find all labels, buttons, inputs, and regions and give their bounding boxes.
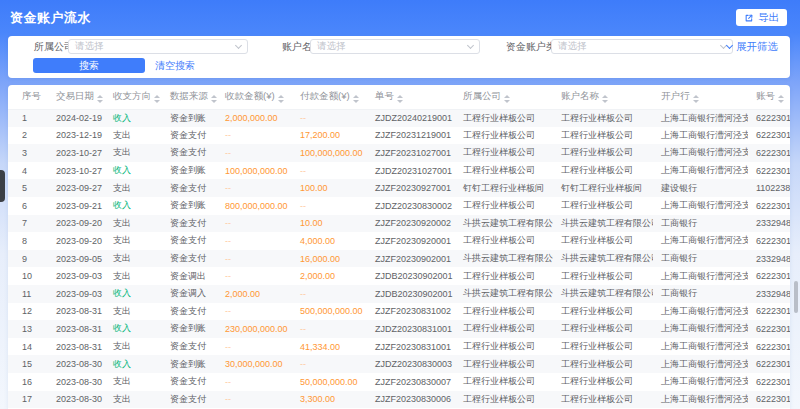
cell-company: 钉钉工程行业样板间 [455, 179, 553, 197]
cell-outflow: 100,000,000.00 [292, 144, 367, 162]
cell-trade-date: 2023-09-05 [48, 250, 105, 268]
cell-source: 资金调入 [162, 285, 217, 303]
cell-serial: ZJZF20230830006 [367, 391, 455, 409]
account-name-filter-placeholder: 请选择 [317, 40, 346, 53]
sort-icon[interactable] [778, 95, 784, 103]
cell-bank: 上海工商银行漕河泾支行 [653, 320, 748, 338]
table-row: 102023-09-03支出资金调出--2,000.00ZJDB20230902… [8, 267, 790, 285]
col-header-source[interactable]: 数据来源 [162, 85, 217, 109]
export-button-label: 导出 [758, 11, 779, 25]
col-header-label: 开户行 [661, 90, 690, 101]
cell-account-no: 233294894 [748, 215, 790, 233]
cell-account-name: 钉钉工程行业样板间 [553, 179, 653, 197]
vertical-scrollbar-thumb[interactable] [794, 281, 798, 313]
floating-side-handle[interactable] [0, 170, 5, 202]
col-header-label: 所属公司 [463, 90, 501, 101]
sort-icon[interactable] [278, 95, 284, 103]
cell-direction: 收入 [105, 355, 162, 373]
clear-search-button[interactable]: 清空搜索 [155, 58, 195, 73]
cell-serial: ZJZF20231219001 [367, 127, 455, 145]
export-button[interactable]: 导出 [736, 9, 787, 26]
table-row: 32023-10-27支出资金支付--100,000,000.00ZJZF202… [8, 144, 790, 162]
cell-inflow: 100,000,000.00 [217, 162, 292, 180]
cell-bank: 上海工商银行漕河泾支行 [653, 197, 748, 215]
sort-icon[interactable] [353, 95, 359, 103]
search-button[interactable]: 搜索 [33, 58, 145, 73]
cell-source: 资金支付 [162, 250, 217, 268]
col-header-outflow[interactable]: 付款金额(¥) [292, 85, 367, 109]
company-filter-select[interactable]: 请选择 [68, 39, 248, 54]
cell-trade-date: 2023-10-27 [48, 162, 105, 180]
account-type-filter-placeholder: 请选择 [558, 40, 587, 53]
cell-trade-date: 2023-09-20 [48, 232, 105, 250]
cell-source: 资金到账 [162, 320, 217, 338]
table-row: 82023-09-20支出资金支付--4,000.00ZJZF202309200… [8, 232, 790, 250]
account-type-filter-select[interactable]: 请选择 [551, 39, 733, 54]
cell-company: 斗拱云建筑工程有限公司 [455, 285, 553, 303]
col-header-label: 序号 [22, 90, 41, 101]
table-row: 52023-09-27支出资金支付--100.00ZJZF20230927001… [8, 179, 790, 197]
cell-company: 工程行业样板公司 [455, 303, 553, 321]
col-header-inflow[interactable]: 收款金额(¥) [217, 85, 292, 109]
col-header-bank[interactable]: 开户行 [653, 85, 748, 109]
sort-icon[interactable] [504, 95, 510, 103]
cell-company: 斗拱云建筑工程有限公司 [455, 215, 553, 233]
cell-account-no: 622230111 [748, 355, 790, 373]
cell-index: 11 [8, 285, 48, 303]
cell-company: 工程行业样板公司 [455, 338, 553, 356]
cell-account-no: 622230111 [748, 391, 790, 409]
cell-serial: ZJDB20230902001 [367, 267, 455, 285]
account-name-filter-select[interactable]: 请选择 [310, 39, 480, 54]
cell-source: 资金支付 [162, 373, 217, 391]
cell-source: 资金支付 [162, 179, 217, 197]
cell-company: 工程行业样板公司 [455, 232, 553, 250]
sort-icon[interactable] [602, 95, 608, 103]
col-header-direction[interactable]: 收支方向 [105, 85, 162, 109]
cell-company: 工程行业样板公司 [455, 109, 553, 127]
cell-outflow: 10.00 [292, 215, 367, 233]
cell-index: 12 [8, 303, 48, 321]
col-header-trade-date[interactable]: 交易日期 [48, 85, 105, 109]
cell-source: 资金到账 [162, 162, 217, 180]
sort-icon[interactable] [211, 95, 217, 103]
col-header-label: 收支方向 [113, 90, 151, 101]
cell-bank: 上海工商银行漕河泾支行 [653, 338, 748, 356]
col-header-account-no[interactable]: 账号 [748, 85, 790, 109]
cell-bank: 上海工商银行漕河泾支行 [653, 232, 748, 250]
sort-icon[interactable] [693, 95, 699, 103]
cell-direction: 支出 [105, 338, 162, 356]
cell-account-no: 622230111 [748, 144, 790, 162]
cell-outflow: 41,334.00 [292, 338, 367, 356]
cell-outflow: 4,000.00 [292, 232, 367, 250]
cell-account-name: 工程行业样板公司 [553, 162, 653, 180]
sort-icon[interactable] [97, 95, 103, 103]
cell-source: 资金到账 [162, 355, 217, 373]
col-header-serial[interactable]: 单号 [367, 85, 455, 109]
col-header-label: 付款金额(¥) [300, 90, 350, 101]
cell-bank: 上海工商银行漕河泾支行 [653, 303, 748, 321]
col-header-account-name[interactable]: 账户名称 [553, 85, 653, 109]
col-header-label: 交易日期 [56, 90, 94, 101]
sort-icon[interactable] [397, 95, 403, 103]
table-row: 162023-08-30支出资金支付--50,000,000.00ZJZF202… [8, 373, 790, 391]
sort-icon[interactable] [154, 95, 160, 103]
expand-filters-link[interactable]: 展开筛选 [727, 39, 778, 54]
cell-account-no: 233294894 [748, 285, 790, 303]
cell-bank: 上海工商银行漕河泾支行 [653, 373, 748, 391]
cell-index: 7 [8, 215, 48, 233]
cell-company: 工程行业样板公司 [455, 197, 553, 215]
cell-index: 10 [8, 267, 48, 285]
cell-inflow: -- [217, 215, 292, 233]
cell-index: 3 [8, 144, 48, 162]
cell-trade-date: 2023-08-30 [48, 355, 105, 373]
cell-index: 14 [8, 338, 48, 356]
cell-account-no: 622230111 [748, 232, 790, 250]
cell-direction: 收入 [105, 162, 162, 180]
cell-company: 工程行业样板公司 [455, 320, 553, 338]
cell-outflow: -- [292, 355, 367, 373]
cell-outflow: -- [292, 197, 367, 215]
cell-direction: 支出 [105, 215, 162, 233]
cell-bank: 工商银行 [653, 215, 748, 233]
col-header-company[interactable]: 所属公司 [455, 85, 553, 109]
cell-serial: ZJDZ20230831001 [367, 320, 455, 338]
